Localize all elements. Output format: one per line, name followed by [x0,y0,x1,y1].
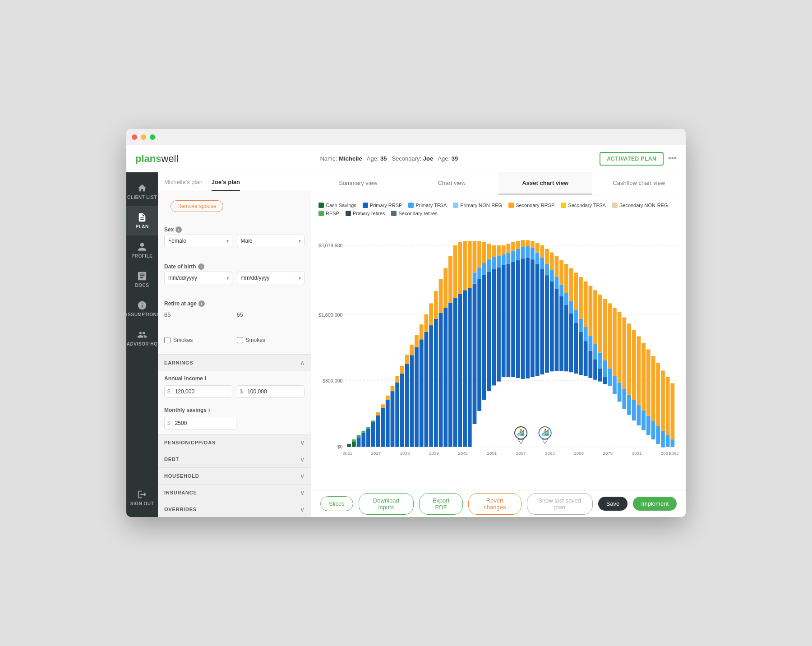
annual-income-info-icon[interactable]: i [205,375,206,382]
svg-rect-118 [564,264,568,293]
svg-rect-132 [589,336,593,351]
svg-rect-131 [589,351,593,378]
svg-rect-10 [352,439,356,442]
monthly-savings-info-icon[interactable]: i [208,407,210,413]
remove-spouse-button[interactable]: Remove spouse [171,200,223,212]
sidebar-item-client-list[interactable]: CLIENT LIST [126,177,158,206]
svg-rect-139 [598,295,602,352]
svg-rect-165 [661,431,665,448]
retire-values: 65 65 [164,309,304,321]
svg-rect-37 [420,339,424,447]
svg-rect-98 [535,264,540,376]
secondary-income-input[interactable] [245,386,304,397]
legend-dot-primary-tfsa [408,203,414,208]
activated-plan-button[interactable]: ACTIVATED PLAN [600,152,664,166]
slices-button[interactable]: Slices [320,496,353,511]
pension-label: PENSION/CPP/OAS [164,440,216,445]
sidebar-item-plan[interactable]: PLAN [126,206,158,235]
tab-joes-plan[interactable]: Joe's plan [212,179,240,191]
sex-info-icon[interactable]: i [175,226,182,233]
legend-resp: RESP [318,211,339,216]
legend-label-secondary-non-reg: Secondary NON-REG [619,203,668,208]
tab-summary-view[interactable]: Summary view [311,172,405,195]
svg-rect-153 [632,400,636,421]
secondary-dob-select[interactable]: mm/dd/yyyy [237,272,305,284]
assumptions-icon [137,300,147,310]
sidebar-label-docs: DOCS [135,283,149,288]
minimize-button[interactable] [141,134,146,140]
show-last-saved-button[interactable]: Show last saved plan [527,493,593,515]
svg-rect-147 [618,383,622,402]
tab-asset-chart-view[interactable]: Asset chart view [498,172,592,195]
sidebar-item-assumptions[interactable]: ASSUMPTIONS [126,294,158,323]
svg-text:2075: 2075 [603,451,613,456]
age-value: 35 [380,155,387,162]
overrides-section-header[interactable]: OVERRIDES ∨ [158,501,311,517]
more-options-button[interactable]: ••• [668,154,677,163]
svg-text:$800,000: $800,000 [323,378,343,383]
debt-label: DEBT [164,457,179,462]
header-info: Name: Michelle Age: 35 Secondary: Joe Ag… [178,155,600,162]
primary-sex-select[interactable]: Female Male [164,235,232,247]
svg-rect-112 [555,256,559,277]
primary-smokes: Smokes [164,337,232,343]
svg-rect-151 [627,395,631,415]
legend-primary-non-reg: Primary NON-REG [453,203,502,208]
svg-rect-32 [405,355,409,364]
tab-michelles-plan[interactable]: Michelle's plan [164,179,203,191]
revert-changes-button[interactable]: Revert changes [468,493,521,515]
svg-rect-169 [670,439,674,447]
secondary-sex-select[interactable]: Male Female [237,235,305,247]
svg-rect-125 [579,332,583,375]
primary-smokes-checkbox[interactable] [164,337,171,343]
chart-legend: Cash Savings Primary RRSP Primary TFSA [318,203,678,216]
retire-info-icon[interactable]: i [198,300,205,307]
svg-rect-47 [443,308,448,447]
dob-section: Date of birth i mm/dd/yyyy mm/dd/yyyy [158,258,311,295]
svg-rect-138 [598,352,602,368]
sidebar-item-docs[interactable]: DOCS [126,265,158,294]
secondary-smokes-checkbox[interactable] [237,337,243,343]
maximize-button[interactable] [150,134,155,140]
svg-rect-90 [521,247,525,258]
legend-dot-secondary-rrsp [508,203,514,208]
svg-rect-134 [593,360,597,380]
svg-rect-11 [357,437,361,447]
svg-text:$3,019,680: $3,019,680 [318,243,343,248]
monthly-savings-prefix: $ [165,417,173,429]
insurance-section-header[interactable]: INSURANCE ∨ [158,484,311,501]
implement-button[interactable]: Implement [633,497,677,511]
dob-info-icon[interactable]: i [198,263,204,270]
debt-section-header[interactable]: DEBT ∨ [158,451,311,467]
svg-rect-25 [391,391,395,447]
sidebar-item-sign-out[interactable]: SIGN OUT [126,483,158,512]
primary-dob-select[interactable]: mm/dd/yyyy [164,272,232,284]
svg-rect-129 [584,327,588,341]
pension-section-header[interactable]: PENSION/CPP/OAS ∨ [158,434,311,451]
annual-income-inputs: $ $ [164,385,304,398]
svg-rect-150 [622,318,626,389]
tab-chart-view[interactable]: Chart view [405,172,499,195]
sex-section: Sex i Female Male Male [158,221,311,258]
save-button[interactable]: Save [598,497,628,511]
export-pdf-button[interactable]: Export PDF [419,493,463,515]
profile-icon [137,242,147,252]
svg-rect-120 [569,301,573,314]
sidebar-item-advisor-hq[interactable]: ADVISOR HQ [126,323,158,353]
monthly-savings-input[interactable] [173,417,236,429]
legend-cash-savings: Cash Savings [318,203,356,208]
close-button[interactable] [132,134,137,140]
earnings-section-header[interactable]: EARNINGS ∧ [158,354,311,371]
name-value: Michelle [339,155,362,162]
legend-dot-resp [318,211,324,216]
age-label: Age: [367,155,379,162]
sidebar-label-profile: PROFILE [132,254,153,258]
sidebar-item-profile[interactable]: PROFILE [126,235,158,265]
primary-income-input[interactable] [173,386,232,397]
download-inputs-button[interactable]: Download inputs [359,493,414,515]
legend-label-primary-retires: Primary retires [353,211,385,216]
svg-rect-22 [381,404,385,408]
tab-cashflow-chart-view[interactable]: Cashflow chart view [592,172,686,195]
household-section-header[interactable]: HOUSEHOLD ∨ [158,467,311,484]
svg-rect-93 [526,246,530,258]
